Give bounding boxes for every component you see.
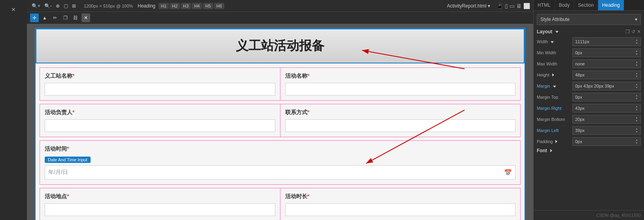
delete-tool[interactable]: ✕ bbox=[81, 13, 90, 22]
max-width-up-btn[interactable]: ▲ bbox=[635, 61, 638, 64]
unlink-tool[interactable]: ⛓ bbox=[71, 13, 80, 22]
margin-top-value-field[interactable]: 0px ▲ ▼ bbox=[572, 93, 641, 101]
font-expand-icon[interactable] bbox=[550, 149, 552, 152]
margin-bottom-stepper[interactable]: ▲ ▼ bbox=[635, 116, 638, 122]
padding-down-btn[interactable]: ▼ bbox=[635, 142, 638, 145]
margin-up-btn[interactable]: ▲ bbox=[635, 83, 638, 86]
contact-input[interactable] bbox=[285, 119, 516, 132]
location-input[interactable] bbox=[45, 203, 275, 216]
location-label: 活动地点* bbox=[45, 193, 275, 200]
width-down-btn[interactable]: ▼ bbox=[635, 42, 638, 45]
min-width-label: Min Width bbox=[537, 50, 572, 55]
layout-copy-action[interactable]: ❐ bbox=[625, 29, 630, 34]
station-name-input[interactable] bbox=[45, 83, 275, 96]
width-row: Width 1111px ▲ ▼ bbox=[537, 37, 641, 46]
padding-label: Padding bbox=[537, 139, 572, 144]
layout-expand-icon[interactable] bbox=[555, 31, 559, 33]
min-width-stepper[interactable]: ▲ ▼ bbox=[635, 50, 638, 56]
duration-input[interactable] bbox=[285, 203, 516, 216]
height-value-field[interactable]: 48px ▲ ▼ bbox=[572, 71, 641, 79]
max-width-down-btn[interactable]: ▼ bbox=[635, 64, 638, 67]
frame-icon[interactable]: ▢ bbox=[62, 2, 70, 10]
width-up-btn[interactable]: ▲ bbox=[635, 38, 638, 42]
margin-right-up-btn[interactable]: ▲ bbox=[635, 105, 638, 108]
zoom-out-icon[interactable]: 🔍- bbox=[43, 2, 53, 10]
margin-left-stepper[interactable]: ▲ ▼ bbox=[635, 127, 638, 134]
margin-value-field[interactable]: 0px 43px 20px 39px ▲ ▼ bbox=[572, 82, 641, 90]
min-width-down-btn[interactable]: ▼ bbox=[635, 53, 638, 56]
tablet-portrait-icon[interactable]: ▯ bbox=[505, 3, 508, 9]
padding-up-btn[interactable]: ▲ bbox=[635, 138, 638, 142]
layout-icon[interactable]: ⊞ bbox=[70, 2, 78, 10]
duration-label: 活动时长* bbox=[285, 193, 516, 200]
margin-bottom-up-btn[interactable]: ▲ bbox=[635, 116, 638, 119]
tab-body[interactable]: Body bbox=[555, 0, 574, 10]
margin-stepper[interactable]: ▲ ▼ bbox=[635, 83, 638, 89]
width-label: Width bbox=[537, 39, 572, 44]
height-down-btn[interactable]: ▼ bbox=[635, 75, 638, 78]
h6-button[interactable]: H6 bbox=[214, 3, 224, 9]
margin-left-row: Margin Left 39px ▲ ▼ bbox=[537, 126, 641, 135]
zoom-in-icon[interactable]: 🔍+ bbox=[30, 2, 42, 10]
padding-stepper[interactable]: ▲ ▼ bbox=[635, 138, 638, 145]
tablet-landscape-icon[interactable]: ▭ bbox=[510, 3, 515, 9]
height-value-text: 48px bbox=[575, 73, 585, 77]
h1-button[interactable]: H1 bbox=[159, 3, 169, 9]
position-tool[interactable]: ✛ bbox=[30, 13, 39, 22]
padding-expand-icon[interactable] bbox=[555, 140, 557, 143]
h3-button[interactable]: H3 bbox=[181, 3, 191, 9]
margin-bottom-value-field[interactable]: 20px ▲ ▼ bbox=[572, 115, 641, 124]
margin-top-down-btn[interactable]: ▼ bbox=[635, 97, 638, 100]
max-width-stepper[interactable]: ▲ ▼ bbox=[635, 61, 638, 67]
layout-reset-action[interactable]: ↺ bbox=[631, 29, 635, 34]
height-up-btn[interactable]: ▲ bbox=[635, 72, 638, 75]
canvas-header: ✛ ▲ ✏ ❐ ⛓ ✕ bbox=[27, 12, 533, 24]
width-stepper[interactable]: ▲ ▼ bbox=[635, 38, 638, 45]
h4-button[interactable]: H4 bbox=[192, 3, 202, 9]
margin-left-value-field[interactable]: 39px ▲ ▼ bbox=[572, 126, 641, 135]
edit-tool[interactable]: ✏ bbox=[51, 13, 59, 22]
layout-more-action[interactable]: ✕ bbox=[637, 29, 641, 34]
copy-tool[interactable]: ❐ bbox=[61, 13, 70, 22]
margin-top-up-btn[interactable]: ▲ bbox=[635, 94, 638, 97]
margin-left-up-btn[interactable]: ▲ bbox=[635, 127, 638, 130]
desktop-large-icon[interactable]: ⬜ bbox=[523, 3, 530, 9]
close-button[interactable]: ✕ bbox=[9, 5, 17, 14]
responsible-input[interactable] bbox=[45, 119, 275, 132]
padding-value-field[interactable]: 0px ▲ ▼ bbox=[572, 137, 641, 146]
h5-button[interactable]: H5 bbox=[203, 3, 213, 9]
h2-button[interactable]: H2 bbox=[170, 3, 180, 9]
tab-section[interactable]: Section bbox=[574, 0, 598, 10]
file-name[interactable]: ActivityReport.html ▾ bbox=[447, 3, 490, 9]
min-width-value-field[interactable]: 0px ▲ ▼ bbox=[572, 48, 641, 57]
date-input[interactable]: 年/月/日 📅 bbox=[45, 165, 515, 180]
height-stepper[interactable]: ▲ ▼ bbox=[635, 72, 638, 78]
margin-right-down-btn[interactable]: ▼ bbox=[635, 108, 638, 111]
max-width-value-field[interactable]: none ▲ ▼ bbox=[572, 59, 641, 68]
margin-bottom-down-btn[interactable]: ▼ bbox=[635, 119, 638, 122]
move-up-tool[interactable]: ▲ bbox=[40, 13, 49, 22]
tab-heading[interactable]: Heading bbox=[598, 0, 624, 10]
desktop-small-icon[interactable]: 🖥 bbox=[516, 3, 522, 9]
margin-left-down-btn[interactable]: ▼ bbox=[635, 130, 638, 134]
select-icon[interactable]: ⊕ bbox=[54, 2, 61, 10]
margin-top-stepper[interactable]: ▲ ▼ bbox=[635, 94, 638, 100]
height-label: Height bbox=[537, 73, 572, 77]
width-value-field[interactable]: 1111px ▲ ▼ bbox=[572, 37, 641, 46]
activity-name-label: 活动名称* bbox=[285, 73, 516, 80]
width-expand-icon[interactable] bbox=[551, 41, 554, 43]
min-width-row: Min Width 0px ▲ ▼ bbox=[537, 48, 641, 57]
view-icons: 📱 ▯ ▭ 🖥 ⬜ bbox=[496, 3, 530, 9]
margin-right-value-field[interactable]: 43px ▲ ▼ bbox=[572, 104, 641, 113]
form-title: 义工站活动报备 bbox=[36, 29, 525, 63]
margin-right-stepper[interactable]: ▲ ▼ bbox=[635, 105, 638, 111]
margin-expand-icon[interactable] bbox=[553, 86, 556, 88]
min-width-up-btn[interactable]: ▲ bbox=[635, 50, 638, 53]
mobile-icon[interactable]: 📱 bbox=[496, 3, 503, 9]
activity-name-input[interactable] bbox=[285, 83, 516, 96]
style-attribute-dropdown[interactable]: Style Attribute ▾ bbox=[537, 14, 641, 25]
margin-down-btn[interactable]: ▼ bbox=[635, 86, 638, 89]
margin-bottom-value-text: 20px bbox=[575, 117, 585, 122]
height-expand-icon[interactable] bbox=[552, 73, 554, 77]
tab-html[interactable]: HTML bbox=[534, 0, 555, 10]
